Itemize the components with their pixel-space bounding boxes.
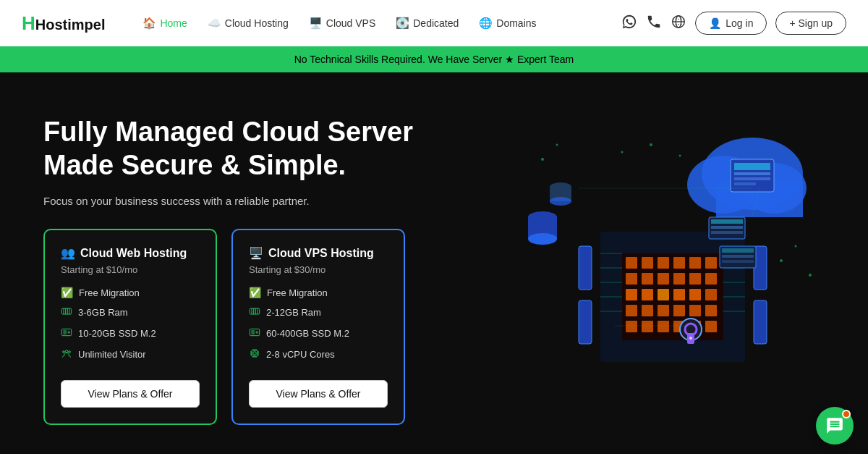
svg-rect-74 [705,305,717,316]
server-illustration-container [506,116,825,376]
svg-rect-15 [250,308,259,314]
plan1-feature-ram: 3-6GB Ram [61,306,200,319]
cloud-hosting-icon: ☁️ [208,17,221,30]
svg-rect-64 [642,289,653,300]
svg-rect-72 [673,305,685,316]
checkmark-icon: ✅ [249,287,261,298]
ssd-icon [249,327,260,340]
chat-bubble-dot [842,410,851,418]
nav-cloud-hosting[interactable]: ☁️ Cloud Hosting [199,11,297,35]
svg-rect-46 [734,172,770,175]
chat-icon [825,416,844,435]
svg-point-120 [679,155,681,157]
svg-point-116 [795,245,797,248]
cloud-web-icon: 👥 [61,246,75,260]
announcement-bar: No Technical Skills Required. We Have Se… [0,46,868,72]
svg-point-14 [69,351,71,353]
svg-rect-48 [734,182,756,185]
svg-rect-71 [658,305,669,316]
plan2-feature-ram: 2-12GB Ram [249,306,388,319]
svg-point-115 [780,259,783,262]
plan2-feature-vcpu: 2-8 vCPU Cores [249,348,388,361]
svg-rect-66 [673,289,685,300]
server-illustration [506,116,825,376]
ssd-icon [61,327,72,340]
svg-point-105 [528,233,557,245]
svg-point-117 [809,274,812,277]
logo-h-icon: H [22,12,35,34]
svg-point-113 [541,158,544,161]
nav-domains[interactable]: 🌐 Domains [470,11,545,35]
svg-rect-63 [626,289,637,300]
plan1-feature-visitor: Unlimited Visitor [61,348,200,361]
svg-rect-47 [734,177,770,180]
svg-point-114 [556,144,558,146]
svg-point-12 [65,350,67,353]
nav-cloud-vps[interactable]: 🖥️ Cloud VPS [300,11,384,35]
plan2-feature-migration: ✅ Free Migration [249,287,388,298]
svg-point-112 [689,337,692,340]
login-button[interactable]: 👤 Log in [695,12,767,35]
svg-rect-92 [579,300,592,344]
svg-rect-26 [253,352,256,355]
nav-home[interactable]: 🏠 Home [134,11,195,35]
svg-rect-59 [658,273,669,285]
svg-rect-101 [722,255,754,258]
svg-point-21 [256,332,258,334]
hero-title: Fully Managed Cloud Server Made Secure &… [43,116,477,182]
whatsapp-icon [621,17,637,33]
ram-icon [249,306,260,319]
logo[interactable]: HHostimpel [22,12,105,35]
svg-rect-102 [722,260,754,263]
svg-rect-61 [689,273,701,285]
svg-rect-58 [642,273,653,285]
svg-rect-94 [754,300,767,344]
svg-rect-76 [642,321,653,332]
svg-rect-45 [734,163,770,170]
user-icon: 👤 [709,17,721,29]
svg-rect-91 [579,246,592,290]
plan2-feature-ssd: 60-400GB SSD M.2 [249,327,388,340]
svg-rect-62 [705,273,717,285]
globe-button[interactable] [671,14,686,33]
whatsapp-button[interactable] [621,14,637,33]
phone-button[interactable] [646,14,662,33]
domains-icon: 🌐 [479,17,493,30]
signup-button[interactable]: + Sign up [775,12,846,35]
nav-dedicated[interactable]: 💽 Dedicated [387,11,467,35]
vcpu-icon [249,348,260,361]
svg-rect-55 [689,257,701,269]
home-icon: 🏠 [142,17,156,30]
chat-bubble[interactable] [816,407,854,445]
svg-rect-77 [658,321,669,332]
plan2-title: 🖥️ Cloud VPS Hosting [249,246,388,260]
svg-point-118 [621,151,624,153]
navbar: HHostimpel 🏠 Home ☁️ Cloud Hosting 🖥️ Cl… [0,0,868,46]
plan1-feature-ssd: 10-20GB SSD M.2 [61,327,200,340]
svg-rect-51 [626,257,637,269]
plan2-view-plans-button[interactable]: View Plans & Offer [249,380,388,408]
plan1-feature-migration: ✅ Free Migration [61,287,200,298]
svg-rect-2 [61,308,71,314]
phone-icon [646,17,662,33]
svg-rect-57 [626,273,637,285]
svg-rect-52 [642,257,653,269]
plan1-price: Starting at $10/mo [61,264,200,275]
hero-section: Fully Managed Cloud Server Made Secure &… [0,72,868,454]
svg-rect-98 [711,231,743,234]
cloud-vps-icon: 🖥️ [249,246,263,260]
plan1-view-plans-button[interactable]: View Plans & Offer [61,380,200,408]
svg-rect-97 [711,226,743,229]
checkmark-icon: ✅ [61,287,73,298]
svg-rect-73 [689,305,701,316]
svg-rect-100 [722,248,754,253]
hero-subtitle: Focus on your business success with a re… [43,195,477,207]
svg-point-8 [68,332,70,334]
nav-actions: 👤 Log in + Sign up [621,12,846,35]
svg-rect-96 [711,219,743,224]
globe-icon [671,17,686,33]
bottom-help-bar: Need help choosing a plan? We help you t… [0,454,868,459]
plan1-title: 👥 Cloud Web Hosting [61,246,200,260]
svg-rect-67 [689,289,701,300]
svg-point-108 [550,197,571,206]
